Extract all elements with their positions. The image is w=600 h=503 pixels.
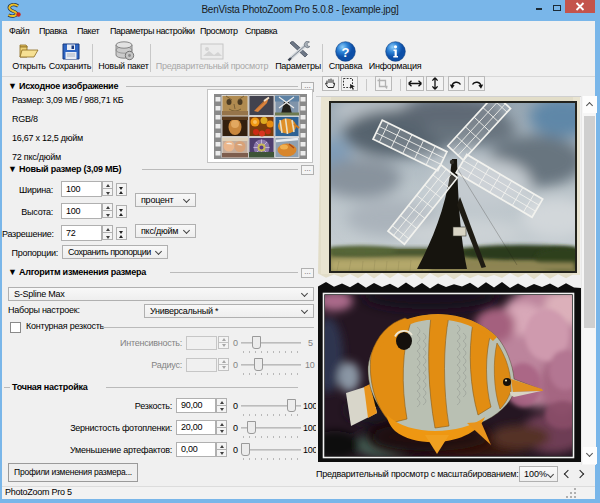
svg-text:?: ?: [342, 45, 350, 60]
